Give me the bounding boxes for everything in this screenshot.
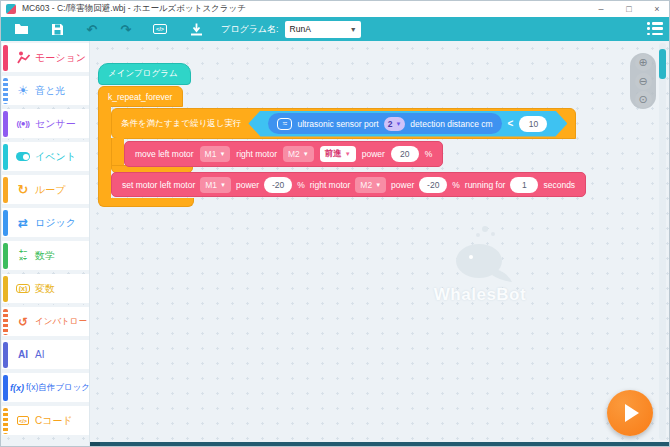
repeat-forever-block-bottom[interactable] [98, 198, 194, 207]
window-controls: – □ × [587, 1, 670, 17]
window-title: MC603 - C:/障害物回避.wbj - ホエールズボットスクラッチ [22, 3, 246, 15]
sidebar-item-logic[interactable]: ⇄ ロジック [2, 208, 89, 238]
comparison-hex-block[interactable]: ≈ ultrasonic sensor port 2 ▼ detection d… [248, 111, 567, 137]
code-monitor-icon[interactable]: </> [151, 20, 169, 38]
category-color-bar [3, 243, 8, 269]
set-motor-block[interactable]: set motor left motor M1 ▼ power -20 % ri… [111, 172, 586, 197]
open-file-icon[interactable] [12, 20, 30, 38]
sensor-icon: ((●)) [11, 119, 35, 128]
duration-input[interactable]: 1 [510, 177, 538, 193]
sound-light-icon: ☀ [11, 83, 35, 98]
custom-block-icon: f(x) [8, 383, 26, 393]
category-color-bar [3, 309, 8, 335]
sidebar-item-loop[interactable]: ↻ ループ [2, 175, 89, 205]
repeat-forever-block-arm[interactable] [98, 106, 111, 199]
whale-logo-icon [443, 223, 517, 285]
play-icon [625, 404, 639, 422]
sidebar-item-ai[interactable]: AI AI [2, 340, 89, 370]
block-label: メインプログラム [108, 68, 178, 80]
vertical-scrollbar-thumb[interactable] [659, 49, 666, 79]
right-power-input[interactable]: -20 [419, 177, 447, 193]
run-program-button[interactable] [607, 390, 653, 436]
block-label: k_repeat_forever [108, 92, 172, 102]
sidebar-item-math[interactable]: +−×÷ 数学 [2, 241, 89, 271]
redo-icon[interactable]: ↷ [117, 20, 135, 38]
zoom-out-button[interactable]: ⊖ [635, 73, 652, 90]
ai-icon: AI [11, 349, 35, 360]
variable-icon: (x) [11, 284, 35, 293]
save-icon[interactable] [48, 20, 66, 38]
threshold-input[interactable]: 10 [519, 116, 547, 132]
block-label: running for [465, 180, 506, 190]
sidebar-item-label: Cコード [35, 414, 73, 428]
sidebar-item-variables[interactable]: (x) 変数 [2, 274, 89, 304]
zoom-in-button[interactable]: ⊕ [635, 54, 652, 71]
menu-list-icon[interactable] [647, 21, 663, 36]
block-label: set motor left motor [122, 180, 195, 190]
repeat-until-block-arm[interactable] [111, 138, 124, 167]
category-color-bar [3, 78, 8, 104]
block-label: % [425, 149, 433, 159]
sidebar-item-label: 数学 [35, 249, 55, 263]
block-label: move left motor [135, 149, 194, 159]
sidebar-item-sensor[interactable]: ((●)) センサー [2, 109, 89, 139]
move-motor-block[interactable]: move left motor M1 ▼ right motor M2 ▼ 前進… [124, 141, 443, 167]
category-color-bar [3, 177, 8, 203]
sidebar-item-c-code[interactable]: </> Cコード [2, 406, 89, 436]
sidebar-item-label: ロジック [35, 216, 76, 230]
minimize-button[interactable]: – [587, 1, 615, 17]
program-name-label: プログラム名: [221, 23, 279, 36]
event-icon [11, 152, 35, 161]
direction-dropdown[interactable]: 前進 ▼ [320, 146, 356, 162]
zoom-reset-button[interactable]: ⊙ [635, 91, 652, 108]
download-icon[interactable] [187, 20, 205, 38]
category-color-bar [3, 276, 8, 302]
sidebar-item-label: インバトロー [35, 316, 87, 328]
zoom-controls: ⊕ ⊖ ⊙ [630, 53, 656, 109]
left-motor-dropdown[interactable]: M1 ▼ [200, 146, 231, 162]
right-motor-dropdown[interactable]: M2 ▼ [283, 146, 314, 162]
left-motor-dropdown[interactable]: M1 ▼ [200, 177, 231, 193]
sidebar-item-event[interactable]: イベント [2, 142, 89, 172]
program-name-value: RunA [290, 24, 311, 34]
chevron-down-icon: ▼ [350, 26, 357, 33]
port-dropdown[interactable]: 2 ▼ [384, 117, 406, 131]
main-program-hat-block[interactable]: メインプログラム [98, 63, 191, 85]
close-button[interactable]: × [643, 1, 670, 17]
sidebar-item-label: AI [35, 349, 44, 360]
block-label: power [236, 180, 259, 190]
sidebar-item-custom-block[interactable]: f(x) f(x)自作ブロック [2, 373, 89, 403]
category-color-bar [3, 111, 8, 137]
category-color-bar [3, 375, 8, 401]
undo-icon[interactable]: ↶ [83, 20, 101, 38]
sidebar-item-controller[interactable]: ↺ インバトロー [2, 307, 89, 337]
title-bar: MC603 - C:/障害物回避.wbj - ホエールズボットスクラッチ – □… [1, 1, 670, 17]
sidebar-item-sound-light[interactable]: ☀ 音と光 [2, 76, 89, 106]
watermark-text: WhalesBot [390, 285, 570, 305]
logic-icon: ⇄ [11, 216, 35, 230]
sidebar-item-label: 変数 [35, 282, 55, 296]
loop-icon: ↻ [11, 182, 35, 197]
repeat-forever-block[interactable]: k_repeat_forever [98, 86, 183, 107]
program-name-select[interactable]: RunA ▼ [285, 21, 361, 38]
app-icon [6, 4, 16, 14]
repeat-until-block[interactable]: 条件を満たすまで繰り返し実行 ≈ ultrasonic sensor port … [111, 108, 576, 139]
ultrasonic-sensor-block[interactable]: ≈ ultrasonic sensor port 2 ▼ detection d… [268, 113, 501, 134]
sensor-label: detection distance cm [410, 119, 492, 129]
left-power-input[interactable]: -20 [264, 177, 292, 193]
power-input[interactable]: 20 [391, 146, 419, 162]
right-motor-dropdown[interactable]: M2 ▼ [355, 177, 386, 193]
sidebar-item-label: 音と光 [35, 84, 65, 98]
port-value: 2 [388, 119, 393, 129]
vertical-scrollbar-track[interactable] [659, 43, 666, 440]
maximize-button[interactable]: □ [615, 1, 643, 17]
category-color-bar [3, 144, 8, 170]
block-label: % [297, 180, 305, 190]
sidebar-item-motion[interactable]: モーション [2, 43, 89, 73]
sidebar-item-label: イベント [35, 150, 76, 164]
chevron-down-icon: ▼ [219, 151, 225, 157]
block-category-sidebar: モーション ☀ 音と光 ((●)) センサー イベント ↻ ループ ⇄ ロジック [1, 41, 90, 447]
sidebar-item-label: f(x)自作ブロック [26, 382, 89, 394]
less-than-operator: < [508, 118, 514, 129]
horizontal-scrollbar[interactable] [90, 442, 670, 447]
